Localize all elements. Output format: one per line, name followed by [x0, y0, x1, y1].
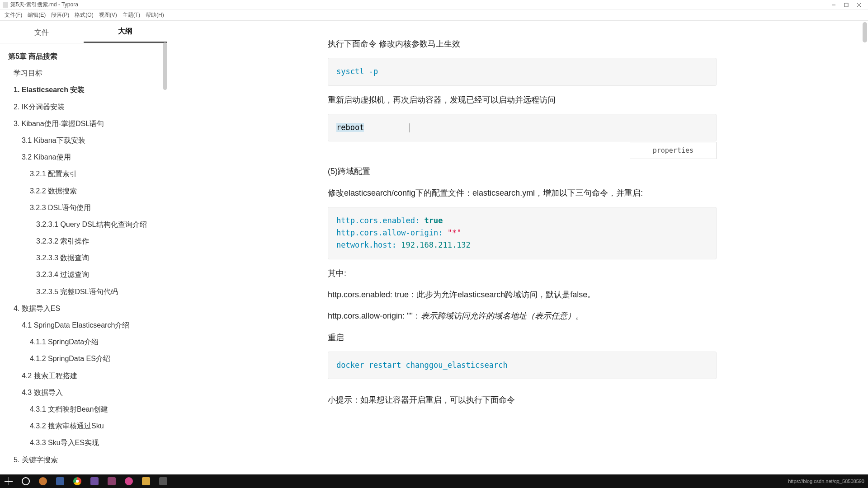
task-chrome[interactable] [69, 474, 86, 488]
menu-format[interactable]: 格式(O) [72, 10, 96, 20]
outline-item[interactable]: 4.1 SpringData Elasticsearch介绍 [0, 317, 167, 333]
folder-icon [142, 477, 150, 485]
task-explorer[interactable] [137, 474, 155, 488]
task-app-1[interactable] [34, 474, 52, 488]
task-app-5[interactable] [120, 474, 137, 488]
menu-theme[interactable]: 主题(T) [120, 10, 143, 20]
code-block[interactable]: sysctl -p [328, 58, 717, 85]
task-app-3[interactable] [86, 474, 103, 488]
menu-edit[interactable]: 编辑(E) [25, 10, 48, 20]
paragraph[interactable]: 修改elasticsearch/config下的配置文件：elasticsear… [328, 186, 717, 200]
task-typora[interactable] [155, 474, 172, 488]
editor-scrollbar[interactable] [863, 22, 867, 42]
close-button[interactable] [853, 0, 865, 10]
outline-item[interactable]: 3.2.3.2 索引操作 [0, 233, 167, 249]
menubar: 文件(F) 编辑(E) 段落(P) 格式(O) 视图(V) 主题(T) 帮助(H… [0, 10, 868, 21]
outline-item[interactable]: 3.2 Kibana使用 [0, 149, 167, 165]
outline-item[interactable]: 3.2.3.3 数据查询 [0, 249, 167, 266]
main-area: 文件 大纲 第5章 商品搜索学习目标1. Elasticsearch 安装2. … [0, 21, 868, 474]
content[interactable]: 执行下面命令 修改内核参数马上生效 sysctl -p 重新启动虚拟机，再次启动… [319, 21, 717, 423]
outline-list[interactable]: 第5章 商品搜索学习目标1. Elasticsearch 安装2. IK分词器安… [0, 43, 167, 474]
sidebar-tabs: 文件 大纲 [0, 21, 167, 43]
outline-item[interactable]: 学习目标 [0, 65, 167, 81]
menu-help[interactable]: 帮助(H) [143, 10, 167, 20]
code-text: docker restart changgou_elasticsearch [336, 361, 508, 370]
cortana-button[interactable] [17, 474, 34, 488]
outline-item[interactable]: 4.3.1 文档映射Bean创建 [0, 401, 167, 418]
chrome-icon [73, 477, 81, 485]
app-icon [90, 477, 99, 485]
code-text-selected: reboot [336, 123, 364, 132]
app-icon [56, 477, 64, 485]
code-block[interactable]: reboot properties [328, 114, 717, 141]
outline-item[interactable]: 4.2 搜索工程搭建 [0, 367, 167, 384]
windows-icon [5, 477, 13, 485]
minimize-button[interactable] [827, 0, 840, 10]
outline-item[interactable]: 3.2.3.4 过滤查询 [0, 266, 167, 283]
outline-item[interactable]: 3.2.3 DSL语句使用 [0, 199, 167, 216]
outline-item[interactable]: 2. IK分词器安装 [0, 99, 167, 115]
typora-icon [159, 477, 167, 485]
outline-item[interactable]: 4. 数据导入ES [0, 300, 167, 317]
tray-link: https://blog.csdn.net/qq_58508590 [788, 479, 864, 484]
outline-item[interactable]: 4.1.2 SpringData ES介绍 [0, 350, 167, 367]
task-app-4[interactable] [103, 474, 120, 488]
task-app-2[interactable] [52, 474, 69, 488]
paragraph[interactable]: 重启 [328, 330, 717, 345]
menu-view[interactable]: 视图(V) [96, 10, 120, 20]
code-block[interactable]: http.cors.enabled: true http.cors.allow-… [328, 207, 717, 259]
outline-item[interactable]: 1. Elasticsearch 安装 [0, 81, 167, 98]
sidebar: 文件 大纲 第5章 商品搜索学习目标1. Elasticsearch 安装2. … [0, 21, 167, 474]
outline-item[interactable]: 3.2.1 配置索引 [0, 165, 167, 182]
outline-item[interactable]: 3.1 Kibana下载安装 [0, 132, 167, 149]
window-title: 第5天-索引搜索.md - Typora [10, 1, 78, 9]
app-icon [3, 2, 8, 8]
outline-item[interactable]: 5. 关键字搜索 [0, 451, 167, 468]
outline-item[interactable]: 3. Kibana使用-掌握DSL语句 [0, 115, 167, 132]
paragraph[interactable]: 小提示：如果想让容器开启重启，可以执行下面命令 [328, 393, 717, 407]
start-button[interactable] [0, 474, 17, 488]
paragraph[interactable]: 重新启动虚拟机，再次启动容器，发现已经可以启动并远程访问 [328, 93, 717, 107]
app-icon [39, 477, 47, 485]
outline-item[interactable]: 4.3 数据导入 [0, 384, 167, 401]
maximize-button[interactable] [840, 0, 853, 10]
circle-icon [22, 477, 30, 485]
paragraph[interactable]: http.cors.allow-origin: ""：表示跨域访问允许的域名地址… [328, 309, 717, 323]
app-icon [125, 477, 133, 485]
outline-item[interactable]: 3.2.3.1 Query DSL结构化查询介绍 [0, 216, 167, 233]
tab-outline[interactable]: 大纲 [84, 22, 167, 43]
svg-rect-1 [844, 3, 848, 7]
taskbar-tray: https://blog.csdn.net/qq_58508590 [788, 479, 868, 484]
sidebar-scrollbar[interactable] [163, 42, 167, 90]
titlebar: 第5天-索引搜索.md - Typora [0, 0, 868, 10]
outline-item[interactable]: 3.2.3.5 完整DSL语句代码 [0, 283, 167, 300]
outline-item[interactable]: 4.3.2 搜索审核通过Sku [0, 418, 167, 434]
outline-item[interactable]: 4.3.3 Sku导入ES实现 [0, 434, 167, 451]
paragraph[interactable]: (5)跨域配置 [328, 164, 717, 178]
menu-paragraph[interactable]: 段落(P) [48, 10, 72, 20]
code-block[interactable]: docker restart changgou_elasticsearch [328, 352, 717, 379]
paragraph[interactable]: 其中: [328, 266, 717, 281]
paragraph[interactable]: 执行下面命令 修改内核参数马上生效 [328, 37, 717, 51]
tab-files[interactable]: 文件 [0, 23, 84, 43]
paragraph[interactable]: http.cors.enabled: true：此步为允许elasticsear… [328, 287, 717, 302]
outline-item[interactable]: 第5章 商品搜索 [0, 48, 167, 65]
code-language-badge[interactable]: properties [630, 142, 717, 159]
code-text: sysctl -p [336, 67, 378, 76]
menu-file[interactable]: 文件(F) [2, 10, 25, 20]
text-cursor [410, 123, 410, 132]
outline-item[interactable]: 3.2.2 数据搜索 [0, 183, 167, 199]
outline-item[interactable]: 4.1.1 SpringData介绍 [0, 333, 167, 350]
app-icon [108, 477, 116, 485]
taskbar: https://blog.csdn.net/qq_58508590 [0, 474, 868, 488]
editor[interactable]: 执行下面命令 修改内核参数马上生效 sysctl -p 重新启动虚拟机，再次启动… [167, 21, 868, 474]
